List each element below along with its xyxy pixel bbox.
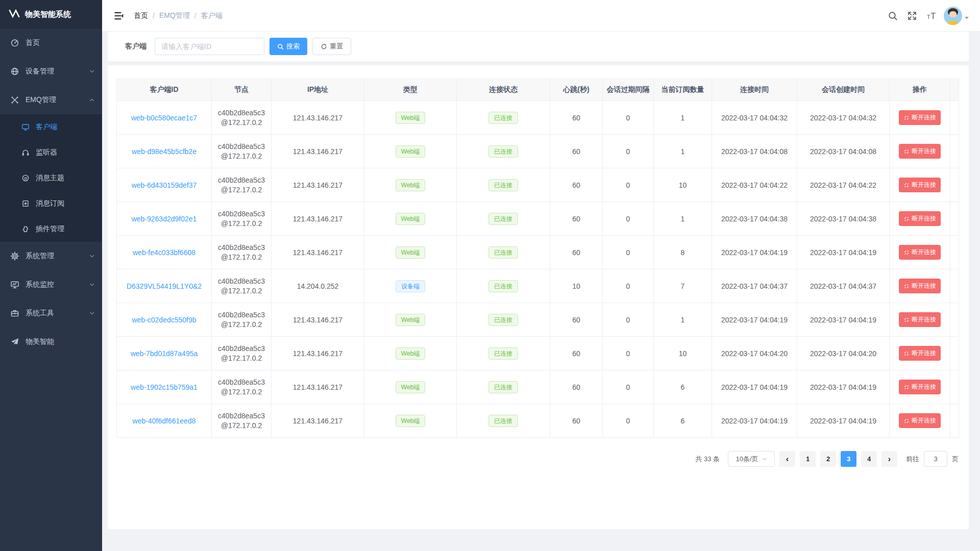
client-id-link[interactable]: web-fe4c033bf6608 — [133, 248, 195, 257]
next-page-button[interactable]: › — [881, 451, 897, 467]
disconnect-button[interactable]: 断开连接 — [899, 178, 941, 192]
node-address: @172.17.0.2 — [212, 320, 271, 330]
sidebar-item[interactable]: 系统监控 — [0, 270, 102, 299]
status-badge: 已连接 — [488, 347, 518, 360]
disconnect-button[interactable]: 断开连接 — [899, 312, 941, 327]
sidebar-item[interactable]: EMQ管理 — [0, 86, 102, 114]
page-number-button[interactable]: 4 — [861, 451, 877, 467]
unlink-icon — [903, 418, 910, 424]
gear-icon — [10, 252, 19, 261]
heartbeat-cell: 60 — [550, 202, 603, 236]
chevron-down-icon — [89, 310, 95, 316]
node-address: @172.17.0.2 — [212, 354, 271, 363]
chevron-down-icon — [762, 457, 767, 462]
unlink-icon — [903, 182, 910, 188]
node-name: c40b2d8ea5c3 — [212, 243, 271, 253]
disconnect-button[interactable]: 断开连接 — [899, 144, 941, 159]
avatar[interactable] — [944, 7, 962, 25]
column-header: 连接时间 — [712, 79, 797, 101]
node-name: c40b2d8ea5c3 — [212, 310, 271, 320]
chevron-down-icon — [89, 68, 95, 74]
subscription-icon — [21, 199, 30, 208]
created-at-cell: 2022-03-17 04:04:19 — [797, 404, 890, 438]
sidebar-subitem[interactable]: 客户端 — [0, 114, 102, 140]
sidebar-item[interactable]: 系统管理 — [0, 242, 102, 270]
client-id-link[interactable]: web-b0c580ecae1c7 — [131, 114, 197, 122]
goto-label: 前往 — [906, 455, 919, 464]
pagination-total: 共 33 条 — [695, 455, 720, 464]
table-gutter-cell — [950, 202, 959, 236]
client-id-link[interactable]: web-c02dedc550f9b — [132, 316, 196, 324]
tools-icon — [10, 309, 19, 318]
reset-button[interactable]: 重置 — [312, 38, 351, 55]
app-logo[interactable]: 物美智能系统 — [0, 0, 102, 29]
subscriptions-cell: 6 — [654, 370, 712, 404]
logo-icon — [8, 9, 20, 19]
type-badge: Web端 — [396, 347, 425, 360]
client-id-link[interactable]: web-40f6df661eed8 — [133, 417, 196, 425]
svg-text:@: @ — [23, 176, 28, 181]
disconnect-button[interactable]: 断开连接 — [899, 413, 941, 428]
node-name: c40b2d8ea5c3 — [212, 344, 271, 354]
sidebar-item[interactable]: 首页 — [0, 29, 102, 57]
breadcrumb-separator: / — [153, 12, 155, 20]
sidebar-item[interactable]: 系统工具 — [0, 299, 102, 328]
disconnect-button[interactable]: 断开连接 — [899, 211, 941, 226]
sidebar-item[interactable]: 设备管理 — [0, 57, 102, 86]
disconnect-button[interactable]: 断开连接 — [899, 279, 941, 293]
hamburger-icon[interactable] — [113, 10, 125, 21]
page-number-button[interactable]: 3 — [841, 451, 856, 467]
caret-down-icon[interactable] — [965, 17, 969, 21]
column-header: 节点 — [212, 79, 272, 101]
client-id-link[interactable]: web-1902c15b759a1 — [131, 383, 198, 391]
breadcrumb-home[interactable]: 首页 — [134, 11, 148, 20]
search-icon[interactable] — [888, 11, 898, 21]
search-button[interactable]: 搜索 — [270, 38, 307, 55]
disconnect-button[interactable]: 断开连接 — [899, 380, 941, 394]
sidebar-subitem[interactable]: 插件管理 — [0, 216, 102, 242]
sidebar-subitem[interactable]: 监听器 — [0, 140, 102, 165]
client-id-link[interactable]: web-6d430159def37 — [132, 181, 197, 189]
status-badge: 已连接 — [488, 381, 518, 393]
created-at-cell: 2022-03-17 04:04:38 — [797, 202, 890, 236]
ip-cell: 121.43.146.217 — [272, 370, 364, 404]
sidebar-subitem[interactable]: 消息订阅 — [0, 191, 102, 216]
subscriptions-cell: 10 — [654, 168, 712, 202]
client-id-link[interactable]: web-7bd01d87a495a — [131, 349, 198, 358]
heartbeat-cell: 60 — [550, 236, 603, 269]
fullscreen-icon[interactable] — [907, 11, 917, 21]
client-id-link[interactable]: web-d98e45b5cfb2e — [132, 147, 197, 156]
table-gutter-cell — [950, 370, 959, 404]
created-at-cell: 2022-03-17 04:04:37 — [797, 269, 890, 303]
page-number-button[interactable]: 1 — [800, 451, 816, 467]
table-row: web-7bd01d87a495a c40b2d8ea5c3 @172.17.0… — [117, 337, 959, 370]
ip-cell: 121.43.146.217 — [272, 168, 364, 202]
sidebar-subitem[interactable]: @消息主题 — [0, 165, 102, 191]
expiry-cell: 0 — [603, 337, 654, 370]
client-id-input[interactable] — [155, 38, 264, 55]
heartbeat-cell: 10 — [550, 269, 603, 303]
client-id-link[interactable]: D6329VL54419L1Y0&2 — [127, 282, 202, 290]
node-name: c40b2d8ea5c3 — [212, 209, 271, 219]
disconnect-button[interactable]: 断开连接 — [899, 346, 941, 361]
node-address: @172.17.0.2 — [212, 253, 271, 262]
created-at-cell: 2022-03-17 04:04:08 — [797, 135, 890, 168]
unlink-icon — [903, 249, 910, 256]
goto-page-input[interactable] — [924, 451, 947, 467]
disconnect-button[interactable]: 断开连接 — [899, 110, 941, 125]
created-at-cell: 2022-03-17 04:04:22 — [797, 168, 890, 202]
connected-at-cell: 2022-03-17 04:04:20 — [712, 337, 797, 370]
disconnect-button-label: 断开连接 — [912, 416, 936, 425]
ip-cell: 121.43.146.217 — [272, 101, 364, 135]
client-id-link[interactable]: web-9263d2d9f02e1 — [132, 215, 197, 223]
page-number-button[interactable]: 2 — [820, 451, 836, 467]
font-size-icon[interactable]: T T — [926, 11, 937, 21]
sidebar-item[interactable]: 物美智能 — [0, 328, 102, 356]
connected-at-cell: 2022-03-17 04:04:19 — [712, 404, 797, 438]
page-size-select[interactable]: 10条/页 — [728, 451, 775, 467]
reset-button-label: 重置 — [330, 42, 343, 51]
prev-page-button[interactable]: ‹ — [779, 451, 795, 467]
table-gutter-cell — [950, 404, 959, 438]
disconnect-button[interactable]: 断开连接 — [899, 245, 941, 260]
unlink-icon — [903, 317, 910, 323]
